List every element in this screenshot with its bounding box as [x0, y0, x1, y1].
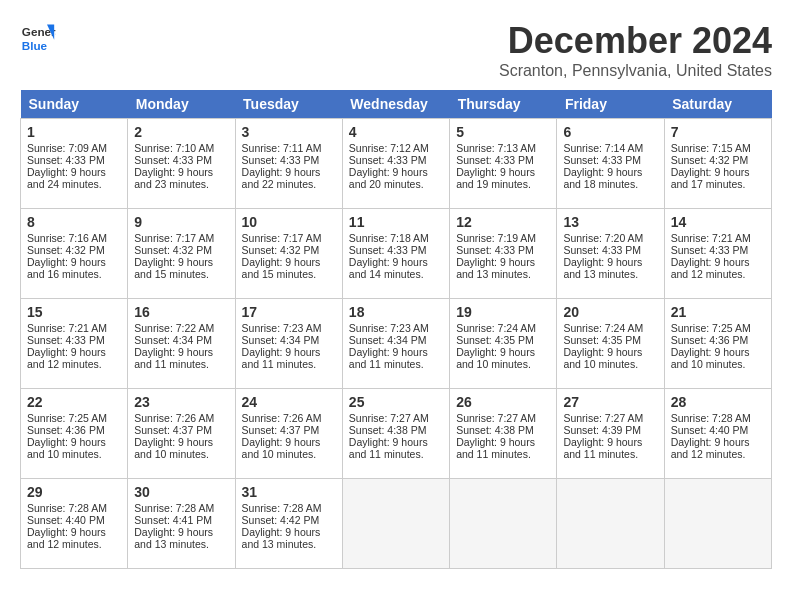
daylight-text: Daylight: 9 hours and 10 minutes. — [134, 436, 228, 460]
calendar-cell: 7Sunrise: 7:15 AMSunset: 4:32 PMDaylight… — [664, 119, 771, 209]
day-number: 10 — [242, 214, 336, 230]
calendar-cell: 10Sunrise: 7:17 AMSunset: 4:32 PMDayligh… — [235, 209, 342, 299]
daylight-text: Daylight: 9 hours and 24 minutes. — [27, 166, 121, 190]
calendar-cell: 15Sunrise: 7:21 AMSunset: 4:33 PMDayligh… — [21, 299, 128, 389]
header-tuesday: Tuesday — [235, 90, 342, 119]
day-number: 15 — [27, 304, 121, 320]
daylight-text: Daylight: 9 hours and 11 minutes. — [563, 436, 657, 460]
sunrise-text: Sunrise: 7:21 AM — [671, 232, 765, 244]
sunset-text: Sunset: 4:33 PM — [349, 154, 443, 166]
calendar-cell: 20Sunrise: 7:24 AMSunset: 4:35 PMDayligh… — [557, 299, 664, 389]
sunset-text: Sunset: 4:33 PM — [27, 334, 121, 346]
calendar-cell: 25Sunrise: 7:27 AMSunset: 4:38 PMDayligh… — [342, 389, 449, 479]
daylight-text: Daylight: 9 hours and 20 minutes. — [349, 166, 443, 190]
calendar-cell — [664, 479, 771, 569]
calendar-cell: 29Sunrise: 7:28 AMSunset: 4:40 PMDayligh… — [21, 479, 128, 569]
sunset-text: Sunset: 4:33 PM — [671, 244, 765, 256]
day-number: 1 — [27, 124, 121, 140]
sunrise-text: Sunrise: 7:12 AM — [349, 142, 443, 154]
calendar-cell: 11Sunrise: 7:18 AMSunset: 4:33 PMDayligh… — [342, 209, 449, 299]
day-number: 17 — [242, 304, 336, 320]
logo-icon: General Blue — [20, 20, 56, 56]
sunset-text: Sunset: 4:34 PM — [242, 334, 336, 346]
daylight-text: Daylight: 9 hours and 13 minutes. — [456, 256, 550, 280]
header-saturday: Saturday — [664, 90, 771, 119]
daylight-text: Daylight: 9 hours and 14 minutes. — [349, 256, 443, 280]
day-number: 22 — [27, 394, 121, 410]
sunrise-text: Sunrise: 7:10 AM — [134, 142, 228, 154]
sunrise-text: Sunrise: 7:16 AM — [27, 232, 121, 244]
day-number: 31 — [242, 484, 336, 500]
sunset-text: Sunset: 4:33 PM — [563, 154, 657, 166]
daylight-text: Daylight: 9 hours and 16 minutes. — [27, 256, 121, 280]
day-number: 28 — [671, 394, 765, 410]
sunset-text: Sunset: 4:40 PM — [27, 514, 121, 526]
sunrise-text: Sunrise: 7:11 AM — [242, 142, 336, 154]
calendar-cell: 13Sunrise: 7:20 AMSunset: 4:33 PMDayligh… — [557, 209, 664, 299]
day-number: 4 — [349, 124, 443, 140]
calendar-cell: 4Sunrise: 7:12 AMSunset: 4:33 PMDaylight… — [342, 119, 449, 209]
daylight-text: Daylight: 9 hours and 12 minutes. — [671, 436, 765, 460]
header-sunday: Sunday — [21, 90, 128, 119]
calendar-cell: 6Sunrise: 7:14 AMSunset: 4:33 PMDaylight… — [557, 119, 664, 209]
sunrise-text: Sunrise: 7:26 AM — [242, 412, 336, 424]
header-thursday: Thursday — [450, 90, 557, 119]
sunrise-text: Sunrise: 7:18 AM — [349, 232, 443, 244]
header-wednesday: Wednesday — [342, 90, 449, 119]
daylight-text: Daylight: 9 hours and 11 minutes. — [349, 346, 443, 370]
day-number: 24 — [242, 394, 336, 410]
location-title: Scranton, Pennsylvania, United States — [499, 62, 772, 80]
day-number: 27 — [563, 394, 657, 410]
sunrise-text: Sunrise: 7:14 AM — [563, 142, 657, 154]
sunset-text: Sunset: 4:36 PM — [27, 424, 121, 436]
daylight-text: Daylight: 9 hours and 11 minutes. — [349, 436, 443, 460]
daylight-text: Daylight: 9 hours and 12 minutes. — [671, 256, 765, 280]
sunrise-text: Sunrise: 7:24 AM — [456, 322, 550, 334]
page-header: General Blue December 2024 Scranton, Pen… — [20, 20, 772, 80]
daylight-text: Daylight: 9 hours and 10 minutes. — [671, 346, 765, 370]
daylight-text: Daylight: 9 hours and 13 minutes. — [242, 526, 336, 550]
day-number: 21 — [671, 304, 765, 320]
logo: General Blue — [20, 20, 56, 56]
sunset-text: Sunset: 4:35 PM — [563, 334, 657, 346]
title-block: December 2024 Scranton, Pennsylvania, Un… — [499, 20, 772, 80]
daylight-text: Daylight: 9 hours and 10 minutes. — [242, 436, 336, 460]
svg-text:Blue: Blue — [22, 39, 48, 52]
calendar-cell: 24Sunrise: 7:26 AMSunset: 4:37 PMDayligh… — [235, 389, 342, 479]
sunset-text: Sunset: 4:42 PM — [242, 514, 336, 526]
calendar-cell: 2Sunrise: 7:10 AMSunset: 4:33 PMDaylight… — [128, 119, 235, 209]
daylight-text: Daylight: 9 hours and 11 minutes. — [242, 346, 336, 370]
sunrise-text: Sunrise: 7:22 AM — [134, 322, 228, 334]
calendar-cell: 1Sunrise: 7:09 AMSunset: 4:33 PMDaylight… — [21, 119, 128, 209]
sunset-text: Sunset: 4:33 PM — [563, 244, 657, 256]
daylight-text: Daylight: 9 hours and 23 minutes. — [134, 166, 228, 190]
calendar-cell: 9Sunrise: 7:17 AMSunset: 4:32 PMDaylight… — [128, 209, 235, 299]
daylight-text: Daylight: 9 hours and 11 minutes. — [456, 436, 550, 460]
sunset-text: Sunset: 4:35 PM — [456, 334, 550, 346]
day-number: 7 — [671, 124, 765, 140]
sunset-text: Sunset: 4:38 PM — [456, 424, 550, 436]
sunset-text: Sunset: 4:41 PM — [134, 514, 228, 526]
sunrise-text: Sunrise: 7:25 AM — [27, 412, 121, 424]
daylight-text: Daylight: 9 hours and 10 minutes. — [456, 346, 550, 370]
daylight-text: Daylight: 9 hours and 12 minutes. — [27, 526, 121, 550]
calendar-cell: 12Sunrise: 7:19 AMSunset: 4:33 PMDayligh… — [450, 209, 557, 299]
daylight-text: Daylight: 9 hours and 10 minutes. — [563, 346, 657, 370]
header-monday: Monday — [128, 90, 235, 119]
sunrise-text: Sunrise: 7:28 AM — [27, 502, 121, 514]
day-number: 9 — [134, 214, 228, 230]
sunrise-text: Sunrise: 7:17 AM — [242, 232, 336, 244]
calendar-cell: 22Sunrise: 7:25 AMSunset: 4:36 PMDayligh… — [21, 389, 128, 479]
calendar-cell: 27Sunrise: 7:27 AMSunset: 4:39 PMDayligh… — [557, 389, 664, 479]
day-number: 13 — [563, 214, 657, 230]
calendar-cell: 8Sunrise: 7:16 AMSunset: 4:32 PMDaylight… — [21, 209, 128, 299]
day-number: 16 — [134, 304, 228, 320]
sunrise-text: Sunrise: 7:21 AM — [27, 322, 121, 334]
daylight-text: Daylight: 9 hours and 15 minutes. — [242, 256, 336, 280]
sunset-text: Sunset: 4:32 PM — [27, 244, 121, 256]
sunrise-text: Sunrise: 7:25 AM — [671, 322, 765, 334]
calendar-cell: 16Sunrise: 7:22 AMSunset: 4:34 PMDayligh… — [128, 299, 235, 389]
daylight-text: Daylight: 9 hours and 11 minutes. — [134, 346, 228, 370]
sunset-text: Sunset: 4:32 PM — [134, 244, 228, 256]
daylight-text: Daylight: 9 hours and 13 minutes. — [563, 256, 657, 280]
